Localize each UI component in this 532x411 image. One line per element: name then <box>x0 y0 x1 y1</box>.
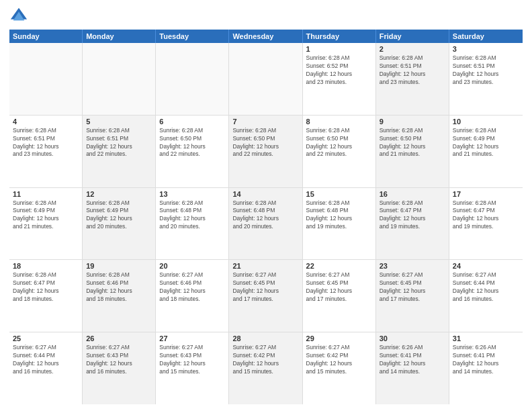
day-info: Sunrise: 6:28 AM Sunset: 6:49 PM Dayligh… <box>86 199 152 232</box>
day-number: 26 <box>86 334 152 342</box>
day-info: Sunrise: 6:28 AM Sunset: 6:46 PM Dayligh… <box>86 271 152 304</box>
day-number: 16 <box>380 190 445 198</box>
day-number: 7 <box>232 118 298 126</box>
calendar-cell: 8Sunrise: 6:28 AM Sunset: 6:50 PM Daylig… <box>303 116 376 187</box>
day-number: 8 <box>306 118 372 126</box>
calendar-cell: 15Sunrise: 6:28 AM Sunset: 6:48 PM Dayli… <box>303 188 376 260</box>
day-info: Sunrise: 6:27 AM Sunset: 6:44 PM Dayligh… <box>13 344 79 376</box>
day-info: Sunrise: 6:28 AM Sunset: 6:50 PM Dayligh… <box>159 127 225 159</box>
calendar-cell: 21Sunrise: 6:27 AM Sunset: 6:45 PM Dayli… <box>229 260 302 332</box>
week-row-5: 25Sunrise: 6:27 AM Sunset: 6:44 PM Dayli… <box>9 332 523 404</box>
calendar-cell: 23Sunrise: 6:27 AM Sunset: 6:45 PM Dayli… <box>376 260 449 332</box>
day-info: Sunrise: 6:27 AM Sunset: 6:43 PM Dayligh… <box>86 344 152 376</box>
day-number: 11 <box>13 190 79 198</box>
day-info: Sunrise: 6:27 AM Sunset: 6:42 PM Dayligh… <box>306 344 372 376</box>
calendar-cell: 19Sunrise: 6:28 AM Sunset: 6:46 PM Dayli… <box>83 260 156 332</box>
day-number: 10 <box>453 118 519 126</box>
calendar-cell: 18Sunrise: 6:28 AM Sunset: 6:47 PM Dayli… <box>9 260 83 332</box>
day-info: Sunrise: 6:27 AM Sunset: 6:45 PM Dayligh… <box>306 271 372 304</box>
calendar-cell: 20Sunrise: 6:27 AM Sunset: 6:46 PM Dayli… <box>156 260 229 332</box>
day-info: Sunrise: 6:28 AM Sunset: 6:52 PM Dayligh… <box>306 54 372 87</box>
calendar-cell: 26Sunrise: 6:27 AM Sunset: 6:43 PM Dayli… <box>83 332 156 404</box>
day-number: 13 <box>159 190 225 198</box>
day-number: 20 <box>159 262 225 270</box>
day-number: 28 <box>232 334 298 342</box>
header-tuesday: Tuesday <box>156 30 229 43</box>
day-number: 1 <box>306 45 372 53</box>
day-info: Sunrise: 6:28 AM Sunset: 6:50 PM Dayligh… <box>232 127 298 159</box>
week-row-4: 18Sunrise: 6:28 AM Sunset: 6:47 PM Dayli… <box>9 260 523 332</box>
day-number: 2 <box>380 45 445 53</box>
calendar-cell: 5Sunrise: 6:28 AM Sunset: 6:51 PM Daylig… <box>83 116 156 187</box>
calendar-cell: 7Sunrise: 6:28 AM Sunset: 6:50 PM Daylig… <box>229 116 302 187</box>
day-number: 12 <box>86 190 152 198</box>
day-number: 22 <box>306 262 372 270</box>
day-info: Sunrise: 6:28 AM Sunset: 6:47 PM Dayligh… <box>380 199 445 232</box>
calendar-cell <box>229 43 302 115</box>
calendar-cell: 9Sunrise: 6:28 AM Sunset: 6:50 PM Daylig… <box>376 116 449 187</box>
logo-icon <box>9 7 28 26</box>
calendar: Sunday Monday Tuesday Wednesday Thursday… <box>9 30 523 404</box>
day-info: Sunrise: 6:27 AM Sunset: 6:45 PM Dayligh… <box>380 271 445 304</box>
day-number: 30 <box>380 334 445 342</box>
week-row-3: 11Sunrise: 6:28 AM Sunset: 6:49 PM Dayli… <box>9 188 523 261</box>
day-info: Sunrise: 6:26 AM Sunset: 6:41 PM Dayligh… <box>453 344 519 376</box>
day-number: 9 <box>380 118 445 126</box>
day-info: Sunrise: 6:28 AM Sunset: 6:48 PM Dayligh… <box>232 199 298 232</box>
day-number: 27 <box>159 334 225 342</box>
calendar-cell: 1Sunrise: 6:28 AM Sunset: 6:52 PM Daylig… <box>303 43 376 115</box>
week-row-1: 1Sunrise: 6:28 AM Sunset: 6:52 PM Daylig… <box>9 43 523 116</box>
calendar-cell: 6Sunrise: 6:28 AM Sunset: 6:50 PM Daylig… <box>156 116 229 187</box>
header-thursday: Thursday <box>303 30 376 43</box>
calendar-cell: 16Sunrise: 6:28 AM Sunset: 6:47 PM Dayli… <box>376 188 449 260</box>
calendar-cell: 12Sunrise: 6:28 AM Sunset: 6:49 PM Dayli… <box>83 188 156 260</box>
day-info: Sunrise: 6:26 AM Sunset: 6:41 PM Dayligh… <box>380 344 445 376</box>
page: Sunday Monday Tuesday Wednesday Thursday… <box>0 0 532 411</box>
day-number: 29 <box>306 334 372 342</box>
header-monday: Monday <box>83 30 156 43</box>
day-info: Sunrise: 6:28 AM Sunset: 6:48 PM Dayligh… <box>306 199 372 232</box>
week-row-2: 4Sunrise: 6:28 AM Sunset: 6:51 PM Daylig… <box>9 116 523 188</box>
day-info: Sunrise: 6:27 AM Sunset: 6:46 PM Dayligh… <box>159 271 225 304</box>
calendar-cell: 17Sunrise: 6:28 AM Sunset: 6:47 PM Dayli… <box>449 188 523 260</box>
day-number: 3 <box>453 45 519 53</box>
calendar-cell: 3Sunrise: 6:28 AM Sunset: 6:51 PM Daylig… <box>449 43 523 115</box>
day-info: Sunrise: 6:28 AM Sunset: 6:49 PM Dayligh… <box>13 199 79 232</box>
day-number: 6 <box>159 118 225 126</box>
calendar-cell: 24Sunrise: 6:27 AM Sunset: 6:44 PM Dayli… <box>449 260 523 332</box>
day-info: Sunrise: 6:27 AM Sunset: 6:43 PM Dayligh… <box>159 344 225 376</box>
day-number: 14 <box>232 190 298 198</box>
calendar-cell: 28Sunrise: 6:27 AM Sunset: 6:42 PM Dayli… <box>229 332 302 404</box>
day-number: 5 <box>86 118 152 126</box>
calendar-cell: 11Sunrise: 6:28 AM Sunset: 6:49 PM Dayli… <box>9 188 83 260</box>
day-number: 23 <box>380 262 445 270</box>
header-friday: Friday <box>376 30 449 43</box>
day-info: Sunrise: 6:27 AM Sunset: 6:45 PM Dayligh… <box>232 271 298 304</box>
day-info: Sunrise: 6:28 AM Sunset: 6:51 PM Dayligh… <box>13 127 79 159</box>
logo <box>9 7 31 26</box>
day-info: Sunrise: 6:27 AM Sunset: 6:42 PM Dayligh… <box>232 344 298 376</box>
day-info: Sunrise: 6:28 AM Sunset: 6:51 PM Dayligh… <box>380 54 445 87</box>
calendar-cell: 10Sunrise: 6:28 AM Sunset: 6:49 PM Dayli… <box>449 116 523 187</box>
day-number: 15 <box>306 190 372 198</box>
header-saturday: Saturday <box>449 30 523 43</box>
day-info: Sunrise: 6:28 AM Sunset: 6:47 PM Dayligh… <box>453 199 519 232</box>
day-info: Sunrise: 6:28 AM Sunset: 6:50 PM Dayligh… <box>380 127 445 159</box>
day-number: 18 <box>13 262 79 270</box>
day-info: Sunrise: 6:28 AM Sunset: 6:51 PM Dayligh… <box>453 54 519 87</box>
calendar-header: Sunday Monday Tuesday Wednesday Thursday… <box>9 30 523 43</box>
header-wednesday: Wednesday <box>229 30 302 43</box>
day-info: Sunrise: 6:27 AM Sunset: 6:44 PM Dayligh… <box>453 271 519 304</box>
calendar-cell <box>83 43 156 115</box>
day-number: 24 <box>453 262 519 270</box>
day-number: 19 <box>86 262 152 270</box>
day-info: Sunrise: 6:28 AM Sunset: 6:49 PM Dayligh… <box>453 127 519 159</box>
calendar-cell: 2Sunrise: 6:28 AM Sunset: 6:51 PM Daylig… <box>376 43 449 115</box>
day-info: Sunrise: 6:28 AM Sunset: 6:48 PM Dayligh… <box>159 199 225 232</box>
day-number: 21 <box>232 262 298 270</box>
day-number: 17 <box>453 190 519 198</box>
calendar-cell: 25Sunrise: 6:27 AM Sunset: 6:44 PM Dayli… <box>9 332 83 404</box>
calendar-cell: 14Sunrise: 6:28 AM Sunset: 6:48 PM Dayli… <box>229 188 302 260</box>
calendar-cell: 30Sunrise: 6:26 AM Sunset: 6:41 PM Dayli… <box>376 332 449 404</box>
calendar-cell: 27Sunrise: 6:27 AM Sunset: 6:43 PM Dayli… <box>156 332 229 404</box>
